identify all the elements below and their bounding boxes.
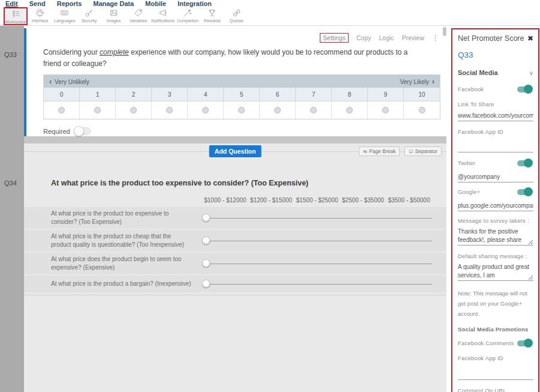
question-gutter: Q33 Q34 [0,26,24,392]
facebook-toggle[interactable] [517,86,532,92]
slider-track[interactable] [206,284,432,285]
radio-button[interactable] [382,107,389,113]
toolbar-languages-button[interactable]: Languages [52,7,77,25]
menu-send[interactable]: Send [29,0,46,7]
menubar: Edit Send Reports Manage Data Mobile Int… [0,0,540,7]
preview-button[interactable]: Preview [402,34,424,41]
radio-button[interactable] [238,107,245,113]
toolbar-notifications-button[interactable]: Notifications [151,7,175,25]
facebook-comments-toggle[interactable] [517,340,532,346]
radio-button[interactable] [130,107,137,113]
toolbar-workspace-button[interactable]: Workspace [4,7,28,25]
question-text-emphasis: complete [100,48,129,56]
link-to-share-input[interactable] [458,111,533,121]
toggle-knob [524,339,533,348]
facebook-app-id-input[interactable] [458,142,533,152]
quotas-icon [232,8,242,18]
slider-track[interactable] [206,264,432,264]
googleplus-url-input[interactable] [458,201,533,211]
toolbar-completion-button[interactable]: Completion [175,7,200,25]
separator-icon: ☑ [409,149,413,154]
chevron-right-icon[interactable]: › [432,77,434,86]
survey-builder-app: Edit Send Reports Manage Data Mobile Int… [0,0,540,392]
message-to-survey-takers-textarea[interactable]: Thanks for the positive feedback!, pleas… [458,228,533,246]
facebook-app-id-2-input[interactable] [458,370,533,380]
nps-point-label: 6 [260,88,296,101]
twitter-toggle[interactable] [517,160,532,166]
slider-handle[interactable] [202,280,210,288]
toolbar-images-button[interactable]: Images [101,7,126,25]
completion-icon [182,8,193,18]
scrollbar-thumb[interactable] [443,27,446,36]
nps-point-label: 1 [80,88,116,101]
price-column-headers: $1000 - $12000 $1200 - $15000 $1500 - $2… [24,187,446,207]
twitter-handle-input[interactable] [458,172,533,182]
nps-point-label: 8 [332,88,368,101]
radio-button[interactable] [58,107,65,113]
slider-handle[interactable] [202,259,210,267]
menu-integration[interactable]: Integration [178,0,212,7]
question-text-q34[interactable]: At what price is the product too expensi… [24,179,446,187]
sidebar-title: Net Promoter Score [458,34,524,43]
chevron-left-icon[interactable]: ‹ [49,77,52,86]
toolbar-label: Languages [54,18,75,23]
question-number-q33: Q33 [4,51,17,58]
radio-button[interactable] [419,107,425,113]
nps-radio-cell [368,101,404,119]
toolbar-rewards-button[interactable]: Rewards [200,7,224,25]
menu-mobile[interactable]: Mobile [145,0,166,7]
slider-handle[interactable] [202,214,210,222]
price-column-label: $1000 - $12000 [202,197,248,204]
question-card-q33[interactable]: Settings Copy Logic Preview ⋮ Considerin… [24,28,446,136]
notifications-icon [158,8,168,18]
googleplus-toggle[interactable] [517,189,532,195]
nps-point-label: 4 [188,88,224,101]
section-label: Social Media [458,69,498,76]
add-question-button[interactable]: Add Question [209,145,262,157]
menu-manage-data[interactable]: Manage Data [93,0,134,7]
question-separator-strip [24,136,446,143]
radio-button[interactable] [310,107,317,113]
section-social-media[interactable]: Social Media ∨ [458,69,533,76]
chevron-down-icon[interactable]: ∨ [529,70,533,76]
nps-point-label: 7 [296,88,332,101]
toolbar-interface-button[interactable]: Interface [28,7,52,25]
radio-button[interactable] [166,107,173,113]
toggle-knob [524,187,533,196]
variables-icon [133,8,143,18]
nps-point-label: 10 [404,88,440,101]
toggle-knob [524,158,533,167]
copy-button[interactable]: Copy [356,34,371,41]
menu-edit[interactable]: Edit [5,0,18,7]
page-break-button[interactable]: ⇆Page Break [359,146,400,156]
slider-track[interactable] [206,218,432,219]
radio-button[interactable] [346,107,353,113]
sidebar-question-id[interactable]: Q33 [458,50,533,59]
required-toggle[interactable] [74,127,91,135]
radio-button[interactable] [94,107,101,113]
radio-button[interactable] [274,107,281,113]
nps-point-label: 2 [116,88,152,101]
slider-track[interactable] [206,241,432,241]
comment-on-url-label: Comment On URL [458,387,533,392]
radio-button[interactable] [202,107,209,113]
facebook-app-id-label: Facebook App ID [458,128,533,135]
menu-reports[interactable]: Reports [57,0,82,7]
toolbar-label: Security [82,18,97,23]
toolbar-variables-button[interactable]: Variables [126,7,151,25]
toolbar-quotas-button[interactable]: Quotas [224,7,249,25]
toolbar-security-button[interactable]: Security [77,7,101,25]
toolbar-label: Images [107,18,121,23]
kebab-menu-icon[interactable]: ⋮ [432,34,439,42]
question-text-q33[interactable]: Considering your complete experience wit… [43,47,421,69]
interface-icon [35,8,45,18]
question-card-q34[interactable]: At what price is the product too expensi… [24,166,446,295]
googleplus-row: Google+ [458,188,533,195]
separator-button[interactable]: ☑Separator [404,146,442,156]
facebook-comments-label: Facebook Comments [458,340,514,346]
slider-handle[interactable] [202,237,210,244]
close-icon[interactable]: ✖ [527,34,533,43]
default-sharing-message-textarea[interactable]: A quality product and great services, I … [458,263,533,281]
settings-button[interactable]: Settings [320,33,349,43]
logic-button[interactable]: Logic [379,34,394,41]
